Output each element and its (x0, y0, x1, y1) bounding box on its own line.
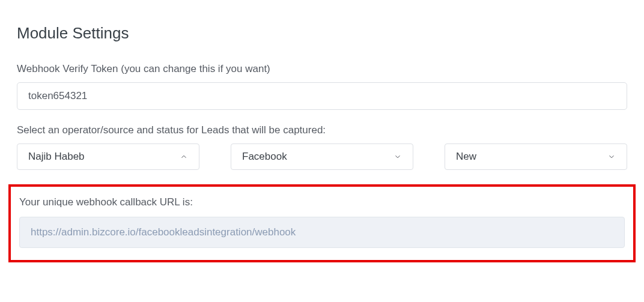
callback-url-field[interactable] (19, 217, 625, 248)
callback-highlight-box: Your unique webhook callback URL is: (8, 184, 636, 262)
chevron-up-icon (180, 153, 188, 161)
webhook-token-input[interactable] (17, 82, 627, 110)
status-select-value: New (456, 151, 476, 163)
operator-select-value: Najib Habeb (28, 151, 85, 163)
select-section-label: Select an operator/source and status for… (17, 124, 627, 136)
page-title: Module Settings (17, 24, 627, 43)
operator-select[interactable]: Najib Habeb (17, 143, 199, 170)
source-select[interactable]: Facebook (231, 143, 413, 170)
chevron-down-icon (393, 153, 402, 161)
status-select[interactable]: New (445, 143, 627, 170)
token-label: Webhook Verify Token (you can change thi… (17, 63, 627, 75)
source-select-value: Facebook (242, 151, 287, 163)
chevron-down-icon (607, 153, 616, 161)
select-row: Najib Habeb Facebook New (17, 143, 627, 170)
callback-label: Your unique webhook callback URL is: (19, 196, 625, 208)
